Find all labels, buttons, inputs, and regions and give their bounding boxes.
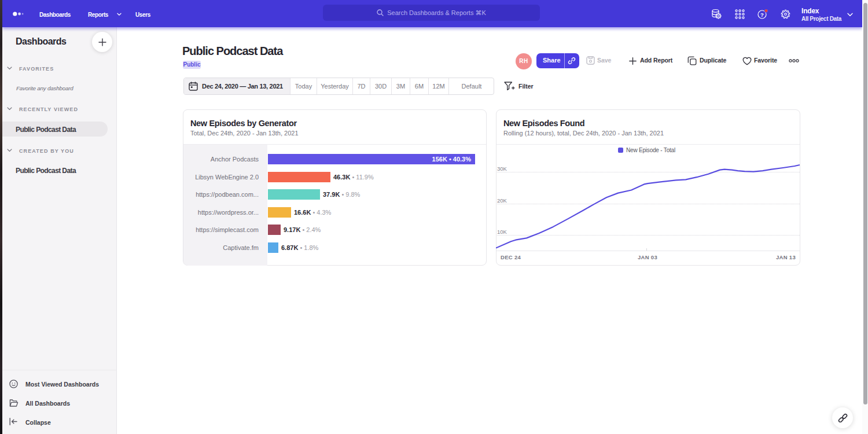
svg-text:?: ? bbox=[760, 12, 764, 18]
